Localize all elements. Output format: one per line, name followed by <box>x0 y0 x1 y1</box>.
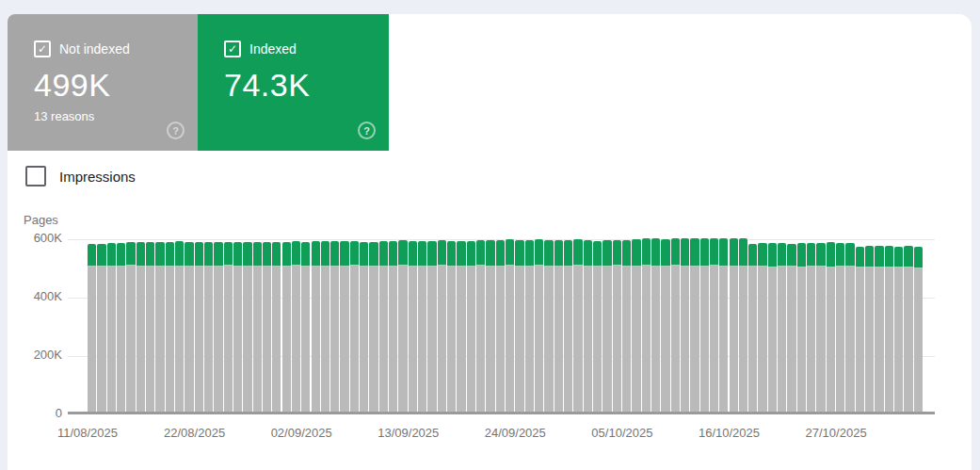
impressions-toggle[interactable]: Impressions <box>25 166 136 186</box>
chart-bar[interactable] <box>175 241 184 414</box>
chart-bar[interactable] <box>778 243 786 414</box>
chart-bar[interactable] <box>690 238 699 414</box>
chart-bar[interactable] <box>88 244 96 414</box>
chart-bar[interactable] <box>719 238 728 414</box>
chart-bar[interactable] <box>233 242 242 414</box>
chart-bar[interactable] <box>827 242 835 414</box>
help-icon[interactable]: ? <box>358 122 376 139</box>
chart-bar[interactable] <box>807 243 815 414</box>
chart-bar[interactable] <box>593 241 602 415</box>
chart-bar[interactable] <box>340 241 348 414</box>
chart-bar[interactable] <box>292 241 300 414</box>
chart-bar[interactable] <box>398 240 407 414</box>
chart-bar[interactable] <box>195 242 203 414</box>
chart-bar[interactable] <box>515 240 523 414</box>
chart-bar[interactable] <box>312 241 320 414</box>
chart-bar[interactable] <box>137 242 145 414</box>
chart-bar[interactable] <box>467 241 475 414</box>
chart-bar[interactable] <box>389 241 397 414</box>
chart-bar[interactable] <box>155 242 164 414</box>
chart-bar[interactable] <box>214 242 222 414</box>
chart-bar[interactable] <box>622 240 631 414</box>
not-indexed-card[interactable]: ✓ Not indexed 499K 13 reasons ? <box>8 14 198 151</box>
chart-bar[interactable] <box>506 239 514 414</box>
chart-bar[interactable] <box>486 240 494 414</box>
chart-bar[interactable] <box>661 239 669 414</box>
chart-bar[interactable] <box>816 243 825 414</box>
chart-bar[interactable] <box>301 242 310 415</box>
chart-bar[interactable] <box>836 243 844 414</box>
chart-bar[interactable] <box>418 241 426 415</box>
chart-bar[interactable] <box>739 238 747 414</box>
chart-bar[interactable] <box>360 242 368 415</box>
chart-bar[interactable] <box>126 242 135 414</box>
indexed-card[interactable]: ✓ Indexed 74.3K ? <box>198 14 389 151</box>
chart-bar[interactable] <box>730 238 738 414</box>
bar-segment-indexed <box>894 247 903 267</box>
chart-bar[interactable] <box>894 247 903 414</box>
chart-bar[interactable] <box>166 242 174 415</box>
chart-bar[interactable] <box>748 244 757 414</box>
chart-bar[interactable] <box>243 242 251 414</box>
chart-bar[interactable] <box>700 238 709 414</box>
chart-bar[interactable] <box>797 243 806 414</box>
bar-segment-indexed <box>175 241 184 266</box>
chart-bar[interactable] <box>427 241 436 414</box>
chart-bar[interactable] <box>330 241 339 414</box>
chart-bar[interactable] <box>787 244 795 414</box>
bar-segment-indexed <box>593 241 602 267</box>
chart-bar[interactable] <box>875 246 883 414</box>
chart-bar[interactable] <box>613 240 621 414</box>
chart-bar[interactable] <box>758 243 766 414</box>
chart-bar[interactable] <box>535 239 543 414</box>
chart-bar[interactable] <box>885 246 893 414</box>
chart-bar[interactable] <box>865 246 874 414</box>
chart-bar[interactable] <box>117 243 125 414</box>
chart-bar[interactable] <box>409 241 417 415</box>
chart-bar[interactable] <box>564 240 572 414</box>
chart-bar[interactable] <box>146 242 154 415</box>
chart-bar[interactable] <box>447 241 456 415</box>
chart-bar[interactable] <box>476 240 485 414</box>
chart-bar[interactable] <box>584 240 592 414</box>
chart-bar[interactable] <box>350 241 359 414</box>
chart-bar[interactable] <box>185 242 193 414</box>
chart-bar[interactable] <box>438 240 446 414</box>
chart-bar[interactable] <box>282 242 291 414</box>
chart-bar[interactable] <box>457 241 465 415</box>
chart-bar[interactable] <box>671 238 680 414</box>
chart-bar[interactable] <box>107 243 116 414</box>
chart-bar[interactable] <box>768 243 777 414</box>
chart-bar[interactable] <box>263 242 271 414</box>
chart-bar[interactable] <box>845 243 854 414</box>
chart-bar[interactable] <box>573 239 582 414</box>
chart-bar[interactable] <box>379 241 388 414</box>
chart-bar[interactable] <box>632 239 640 414</box>
not-indexed-checkbox[interactable]: ✓ <box>34 41 51 57</box>
chart-bar[interactable] <box>544 240 553 414</box>
chart-bar[interactable] <box>496 240 505 414</box>
chart-bar[interactable] <box>525 240 534 414</box>
chart-bar[interactable] <box>272 242 281 414</box>
chart-bar[interactable] <box>642 238 651 414</box>
bar-segment-not-indexed <box>544 267 553 415</box>
chart-bar[interactable] <box>204 242 213 415</box>
impressions-checkbox[interactable] <box>25 166 46 186</box>
chart-bar[interactable] <box>369 242 378 415</box>
indexed-checkbox[interactable]: ✓ <box>224 41 241 57</box>
chart-bar[interactable] <box>651 238 660 414</box>
bar-segment-indexed <box>856 247 864 267</box>
chart-bar[interactable] <box>253 242 262 414</box>
bar-segment-not-indexed <box>564 267 572 415</box>
chart-bar[interactable] <box>554 240 563 414</box>
chart-bar[interactable] <box>97 244 105 414</box>
help-icon[interactable]: ? <box>167 122 185 139</box>
chart-bar[interactable] <box>710 238 718 414</box>
chart-bar[interactable] <box>904 246 912 414</box>
chart-bar[interactable] <box>321 241 329 414</box>
chart-bar[interactable] <box>681 238 689 414</box>
chart-bar[interactable] <box>602 240 611 414</box>
chart-bar[interactable] <box>224 242 233 414</box>
chart-bar[interactable] <box>914 247 923 414</box>
chart-bar[interactable] <box>856 247 864 414</box>
